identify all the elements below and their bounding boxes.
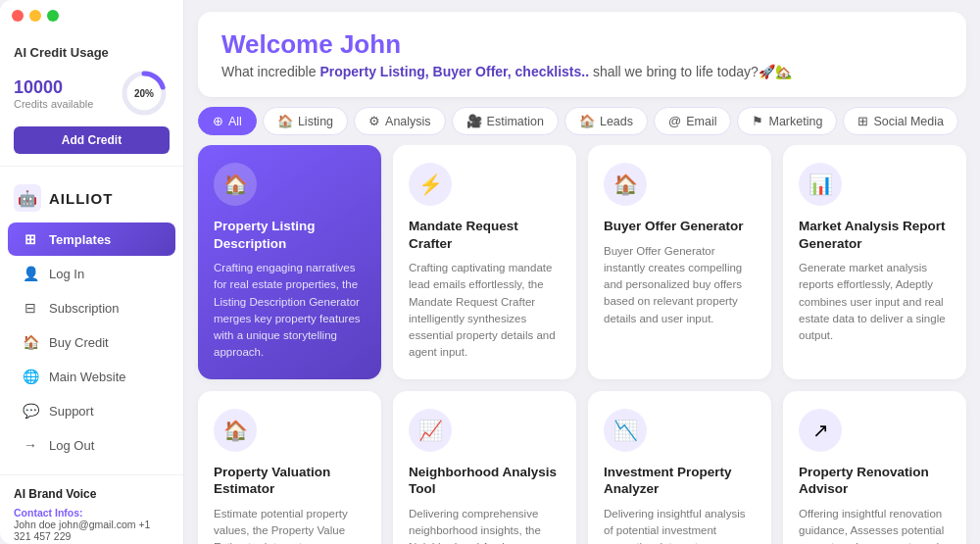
mandate-request-icon: ⚡ — [409, 163, 452, 206]
property-listing-icon: 🏠 — [214, 163, 257, 206]
mandate-request-desc: Crafting captivating mandate lead emails… — [409, 260, 561, 362]
template-card-investment-property[interactable]: 📉 Investment Property Analyzer Deliverin… — [588, 391, 771, 544]
minimize-button[interactable] — [29, 10, 41, 22]
property-renovation-desc: Offering insightful renovation guidance,… — [799, 506, 951, 544]
credit-title: AI Credit Usage — [14, 45, 170, 60]
logo: 🤖 AILLIOT — [0, 178, 183, 222]
template-card-market-analysis[interactable]: 📊 Market Analysis Report Generator Gener… — [783, 145, 966, 379]
main-content: Welcome John What incredible Property Li… — [184, 0, 980, 544]
credit-percent: 20% — [134, 88, 154, 99]
welcome-subtitle: What incredible Property Listing, Buyer … — [221, 64, 943, 79]
property-valuation-icon: 🏠 — [214, 409, 257, 452]
neighborhood-analysis-desc: Delivering comprehensive neighborhood in… — [409, 506, 561, 544]
analysis-tab-icon: ⚙ — [368, 114, 380, 128]
sidebar-item-templates-label: Templates — [49, 232, 111, 247]
filter-tab-listing[interactable]: 🏠 Listing — [263, 107, 348, 135]
property-listing-title: Property Listing Description — [214, 218, 366, 252]
sidebar-item-support[interactable]: 💬 Support — [8, 394, 175, 427]
sidebar-item-support-label: Support — [49, 404, 94, 419]
main-website-icon: 🌐 — [22, 369, 39, 384]
filter-tab-analysis[interactable]: ⚙ Analysis — [354, 107, 446, 135]
sidebar-item-main-website-label: Main Website — [49, 370, 126, 384]
contact-label: Contact Infos: — [14, 507, 170, 519]
maximize-button[interactable] — [47, 10, 59, 22]
filter-row: ⊕ All 🏠 Listing ⚙ Analysis 🎥 Estimation … — [184, 107, 980, 145]
property-valuation-title: Property Valuation Estimator — [214, 464, 366, 498]
credit-row: 10000 Credits available 20% — [14, 68, 170, 119]
template-card-mandate-request[interactable]: ⚡ Mandate Request Crafter Crafting capti… — [393, 145, 576, 379]
template-card-property-valuation[interactable]: 🏠 Property Valuation Estimator Estimate … — [198, 391, 381, 544]
social-media-tab-icon: ⊞ — [858, 114, 868, 128]
sidebar-item-login-label: Log In — [49, 267, 84, 281]
template-card-neighborhood-analysis[interactable]: 📈 Neighborhood Analysis Tool Delivering … — [393, 391, 576, 544]
filter-tab-marketing[interactable]: ⚑ Marketing — [737, 107, 837, 135]
estimation-tab-icon: 🎥 — [466, 114, 482, 128]
estimation-tab-label: Estimation — [487, 115, 544, 128]
mandate-request-title: Mandate Request Crafter — [409, 218, 561, 252]
welcome-title: Welcome John — [221, 29, 943, 60]
buyer-offer-desc: Buyer Offer Generator instantly creates … — [604, 243, 756, 327]
contact-value: John doe john@gmail.com +1 321 457 229 — [14, 519, 170, 542]
listing-tab-label: Listing — [298, 115, 333, 128]
email-tab-label: Email — [686, 115, 716, 128]
market-analysis-title: Market Analysis Report Generator — [799, 218, 951, 252]
sidebar-item-logout-label: Log Out — [49, 438, 94, 453]
logo-text: AILLIOT — [49, 190, 113, 207]
market-analysis-icon: 📊 — [799, 163, 842, 206]
filter-tab-leads[interactable]: 🏠 Leads — [564, 107, 648, 135]
leads-tab-icon: 🏠 — [579, 114, 595, 128]
buyer-offer-icon: 🏠 — [604, 163, 647, 206]
credit-donut: 20% — [119, 68, 170, 119]
templates-icon: ⊞ — [22, 231, 39, 247]
filter-tab-all[interactable]: ⊕ All — [198, 107, 257, 135]
neighborhood-analysis-title: Neighborhood Analysis Tool — [409, 464, 561, 498]
brand-voice-section: AI Brand Voice Contact Infos: John doe j… — [0, 474, 183, 544]
social-media-tab-label: Social Media — [873, 115, 944, 128]
filter-tab-estimation[interactable]: 🎥 Estimation — [452, 107, 559, 135]
property-renovation-icon: ↗ — [799, 409, 842, 452]
logo-icon: 🤖 — [14, 184, 41, 212]
login-icon: 👤 — [22, 266, 39, 281]
investment-property-title: Investment Property Analyzer — [604, 464, 756, 498]
sidebar-item-logout[interactable]: → Log Out — [8, 428, 175, 462]
close-button[interactable] — [12, 10, 24, 22]
credit-amount: 10000 — [14, 77, 93, 98]
template-card-property-renovation[interactable]: ↗ Property Renovation Advisor Offering i… — [783, 391, 966, 544]
buyer-offer-title: Buyer Offer Generator — [604, 218, 756, 235]
filter-tab-social-media[interactable]: ⊞ Social Media — [843, 107, 958, 135]
sidebar-item-templates[interactable]: ⊞ Templates — [8, 223, 175, 256]
leads-tab-label: Leads — [600, 115, 633, 128]
credit-label: Credits available — [14, 98, 93, 110]
property-listing-desc: Crafting engaging narratives for real es… — [214, 260, 366, 362]
sidebar-item-buy-credit-label: Buy Credit — [49, 335, 109, 350]
template-grid: 🏠 Property Listing Description Crafting … — [184, 145, 980, 544]
email-tab-icon: @ — [668, 114, 681, 128]
sidebar-item-login[interactable]: 👤 Log In — [8, 257, 175, 290]
credit-section: AI Credit Usage 10000 Credits available … — [0, 31, 183, 167]
sidebar: AI Credit Usage 10000 Credits available … — [0, 0, 184, 544]
sidebar-item-main-website[interactable]: 🌐 Main Website — [8, 360, 175, 393]
filter-tab-email[interactable]: @ Email — [654, 107, 731, 135]
buy-credit-icon: 🏠 — [22, 334, 39, 350]
subtitle-suffix: shall we bring to life today?🚀🏡 — [589, 64, 792, 79]
listing-tab-icon: 🏠 — [277, 114, 293, 128]
sidebar-item-subscription[interactable]: ⊟ Subscription — [8, 291, 175, 324]
property-renovation-title: Property Renovation Advisor — [799, 464, 951, 498]
neighborhood-analysis-icon: 📈 — [409, 409, 452, 452]
nav-section: 🤖 AILLIOT ⊞ Templates 👤 Log In ⊟ Subscri… — [0, 167, 183, 474]
subtitle-highlight: Property Listing, Buyer Offer, checklist… — [319, 64, 589, 79]
marketing-tab-label: Marketing — [768, 115, 822, 128]
add-credit-button[interactable]: Add Credit — [14, 126, 170, 154]
all-tab-icon: ⊕ — [213, 114, 223, 128]
support-icon: 💬 — [22, 403, 39, 419]
welcome-name: John — [340, 29, 401, 59]
welcome-banner: Welcome John What incredible Property Li… — [198, 12, 966, 97]
template-card-buyer-offer[interactable]: 🏠 Buyer Offer Generator Buyer Offer Gene… — [588, 145, 771, 379]
sidebar-item-buy-credit[interactable]: 🏠 Buy Credit — [8, 325, 175, 359]
welcome-greeting: Welcome — [221, 29, 340, 59]
subtitle-prefix: What incredible — [221, 64, 319, 79]
investment-property-icon: 📉 — [604, 409, 647, 452]
traffic-lights — [12, 10, 59, 22]
credit-info: 10000 Credits available — [14, 77, 93, 110]
template-card-property-listing[interactable]: 🏠 Property Listing Description Crafting … — [198, 145, 381, 379]
